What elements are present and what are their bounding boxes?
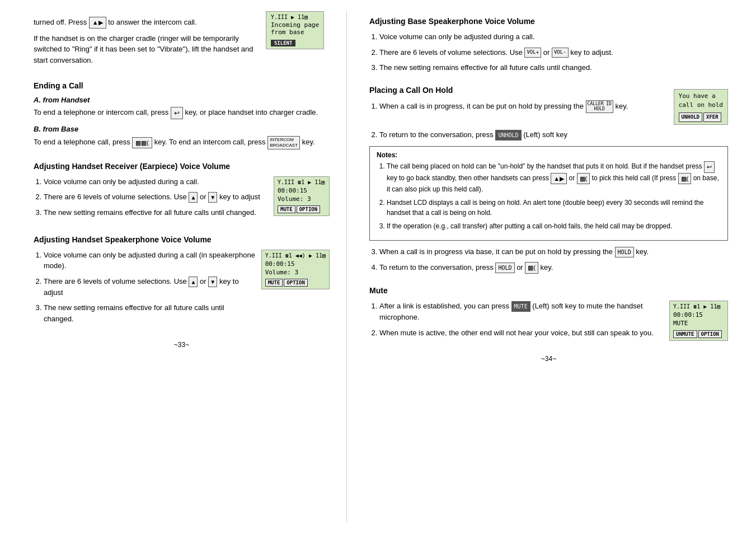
intercom-broadcast-key: INTERCOMBROADCAST bbox=[267, 136, 300, 149]
mute-btn-earpiece: MUTE bbox=[278, 205, 295, 213]
hold-item4: To return to the conversation, press HOL… bbox=[379, 262, 728, 274]
vol-up-key-speaker: ▲ bbox=[189, 277, 198, 287]
intro-section: turned off. Press ▲▶ to answer the inter… bbox=[34, 17, 330, 69]
note-2: Handset LCD displays a call is being on … bbox=[387, 198, 721, 218]
mute-lcd: Y.III ☎1 ▶ 11▤ 00:00:15 MUTE UNMUTE OPTI… bbox=[669, 301, 728, 341]
lcd-volume-speaker: Volume: 3 bbox=[265, 268, 326, 277]
adj-base-speaker-title: Adjusting Base Speakerphone Voice Volume bbox=[369, 17, 728, 26]
speaker-vol-item3: The new setting remains effective for al… bbox=[44, 302, 256, 324]
notes-title: Notes: bbox=[377, 151, 721, 159]
base-vol-item2: There are 6 levels of volume selections.… bbox=[379, 47, 728, 58]
earpiece-vol-item1: Voice volume can only be adjusted during… bbox=[44, 176, 268, 188]
from-base-subtitle: B. from Base bbox=[34, 125, 330, 133]
note-3: If the operation (e.g., call transfer) a… bbox=[387, 221, 721, 231]
intro-point2: If the handset is on the charger cradle … bbox=[34, 33, 260, 66]
hold-lcd-line2: call on hold bbox=[679, 101, 723, 110]
lcd-time-earpiece: 00:00:15 bbox=[278, 186, 326, 195]
speaker-lcd: Y.III ☎1 ◀◀) ▶ 11▤ 00:00:15 Volume: 3 MU… bbox=[261, 250, 330, 290]
end-key-note: ↩ bbox=[704, 161, 715, 173]
mute-section: Mute After a link is established, you ca… bbox=[369, 286, 728, 343]
from-base-text: To end a telephone call, press ▩▩( key. … bbox=[34, 136, 330, 149]
ending-call-title: Ending a Call bbox=[34, 81, 330, 90]
mute-lcd-time: 00:00:15 bbox=[673, 311, 724, 319]
lcd-volume-earpiece: Volume: 3 bbox=[278, 195, 326, 203]
hold-item3: When a call is in progress via base, it … bbox=[379, 246, 728, 257]
from-handset-subtitle: A. from Handset bbox=[34, 96, 330, 104]
lcd-top-earpiece: Y.III ☎1 ▶ 11▤ bbox=[278, 179, 325, 185]
intro-para: turned off. Press ▲▶ to answer the inter… bbox=[34, 17, 260, 29]
mute-list: After a link is established, you can pre… bbox=[369, 301, 664, 338]
adj-handset-receiver-section: Adjusting Handset Receiver (Earpiece) Vo… bbox=[34, 162, 330, 223]
hold-list-continued: When a call is in progress via base, it … bbox=[369, 246, 728, 274]
hold-item1: You have a call on hold UNHOLD XFER When… bbox=[379, 100, 728, 125]
mute-title: Mute bbox=[369, 286, 728, 295]
lcd-time-speaker: 00:00:15 bbox=[265, 260, 326, 268]
silent-button: SILENT bbox=[271, 40, 296, 46]
base-vol-item3: The new setting remains effective for al… bbox=[379, 62, 728, 73]
hold-key4-inline: HOLD bbox=[495, 263, 514, 273]
unhold-key-inline: UNHOLD bbox=[495, 130, 521, 140]
page-container: turned off. Press ▲▶ to answer the inter… bbox=[0, 0, 756, 534]
adj-handset-receiver-title: Adjusting Handset Receiver (Earpiece) Vo… bbox=[34, 162, 330, 171]
lcd-line2: from base bbox=[271, 29, 319, 36]
hold-list: You have a call on hold UNHOLD XFER When… bbox=[369, 100, 728, 141]
option-btn-earpiece: OPTION bbox=[297, 205, 321, 213]
end-call-key: ↩ bbox=[171, 107, 183, 119]
ending-call-section: Ending a Call A. from Handset To end a t… bbox=[34, 81, 330, 149]
right-page-number: ~34~ bbox=[369, 355, 728, 363]
mute-lcd-status: MUTE bbox=[673, 319, 724, 327]
base-vol-item1: Voice volume can only be adjusted during… bbox=[379, 31, 728, 43]
notes-box: Notes: The call being placed on hold can… bbox=[369, 146, 728, 241]
left-page-number: ~33~ bbox=[34, 341, 330, 349]
vol-up-key-earpiece: ▲ bbox=[189, 192, 198, 203]
earpiece-vol-item3: The new setting remains effective for al… bbox=[44, 207, 268, 218]
earpiece-vol-list: Voice volume can only be adjusted during… bbox=[34, 176, 268, 218]
callerid-hold-key: CALLER IDHOLD bbox=[586, 100, 613, 113]
lcd-top-speaker: Y.III ☎1 ◀◀) ▶ 11▤ bbox=[265, 252, 326, 259]
hold-lcd-display: You have a call on hold UNHOLD XFER bbox=[674, 89, 728, 125]
earpiece-lcd: Y.III ☎1 ▶ 11▤ 00:00:15 Volume: 3 MUTE O… bbox=[274, 176, 330, 217]
hold-lcd-line1: You have a bbox=[679, 92, 723, 101]
vol-down-key-speaker: ▼ bbox=[208, 277, 217, 287]
vol-down-key-earpiece: ▼ bbox=[208, 192, 217, 203]
speaker-vol-item2: There are 6 levels of volume selections.… bbox=[44, 276, 256, 298]
mute-item1: After a link is established, you can pre… bbox=[379, 301, 664, 323]
speaker-key-hold4: ▩( bbox=[525, 262, 538, 274]
mute-key-inline: MUTE bbox=[511, 301, 530, 312]
note-1: The call being placed on hold can be "un… bbox=[387, 161, 721, 194]
speaker-key-note2: ▩( bbox=[678, 173, 692, 185]
speaker-key-note: ▩( bbox=[577, 173, 590, 185]
adj-handset-speaker-section: Adjusting Handset Speakerphone Voice Vol… bbox=[34, 235, 330, 329]
speaker-key: ▩▩( bbox=[132, 137, 152, 149]
earpiece-vol-item2: There are 6 levels of volume selections.… bbox=[44, 191, 268, 203]
mute-item2: When mute is active, the other end will … bbox=[379, 327, 664, 339]
vol-minus-key: VOL- bbox=[552, 48, 569, 58]
right-column: Adjusting Base Speakerphone Voice Volume… bbox=[347, 11, 756, 523]
option-btn-speaker: OPTION bbox=[284, 279, 308, 287]
mute-btn-speaker: MUTE bbox=[265, 279, 283, 287]
lcd-line1: Incoming page bbox=[271, 21, 319, 29]
adj-handset-speaker-title: Adjusting Handset Speakerphone Voice Vol… bbox=[34, 235, 330, 244]
unmute-btn-lcd: UNMUTE bbox=[673, 330, 697, 338]
left-column: turned off. Press ▲▶ to answer the inter… bbox=[0, 11, 347, 523]
adj-base-speaker-section: Adjusting Base Speakerphone Voice Volume… bbox=[369, 17, 728, 73]
base-vol-list: Voice volume can only be adjusted during… bbox=[369, 31, 728, 73]
incoming-lcd-display: Y.III ▶ 11▤ Incoming page from base SILE… bbox=[266, 11, 324, 49]
option-btn-mute: OPTION bbox=[698, 330, 722, 338]
from-handset-text: To end a telephone or intercom call, pre… bbox=[34, 107, 330, 119]
speaker-vol-item1: Voice volume can only be adjusted during… bbox=[44, 250, 256, 271]
placing-hold-section: Placing a Call On Hold You have a call o… bbox=[369, 86, 728, 274]
hold-item2: To return to the conversation, press UNH… bbox=[379, 129, 728, 140]
xfer-btn: XFER bbox=[703, 113, 721, 123]
unhold-btn: UNHOLD bbox=[679, 113, 703, 123]
notes-list: The call being placed on hold can be "un… bbox=[377, 161, 721, 231]
lcd-top-icons: Y.III ▶ 11▤ bbox=[271, 14, 308, 20]
handset-key-note: ▲▶ bbox=[551, 173, 567, 185]
vol-plus-key: VOL+ bbox=[524, 48, 541, 58]
hold-key3: HOLD bbox=[615, 247, 634, 257]
mute-lcd-top: Y.III ☎1 ▶ 11▤ bbox=[673, 303, 720, 310]
speaker-vol-list: Voice volume can only be adjusted during… bbox=[34, 250, 256, 325]
answer-key-icon: ▲▶ bbox=[89, 17, 106, 29]
